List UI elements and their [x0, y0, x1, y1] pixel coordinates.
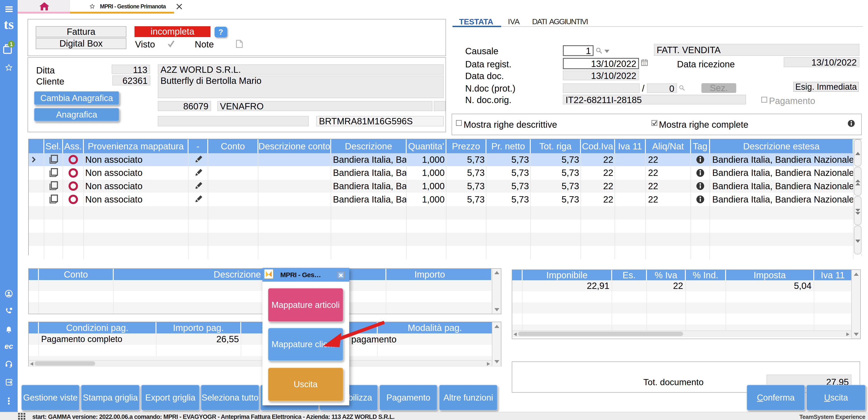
svg-text:31: 31: [643, 62, 646, 65]
svg-text:1: 1: [10, 41, 13, 47]
